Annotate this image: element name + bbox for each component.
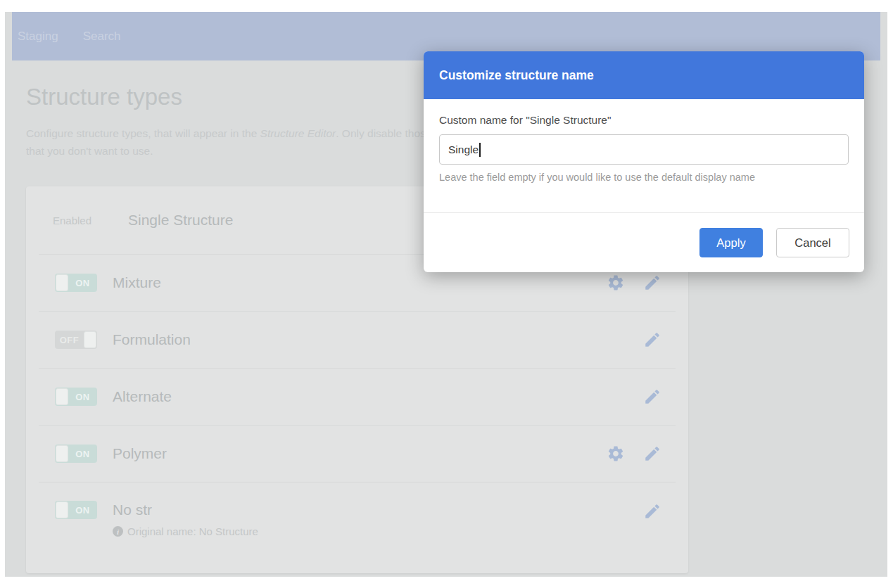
dialog-body: Custom name for "Single Structure" Singl… — [424, 99, 864, 212]
structure-type-label: Mixture — [113, 274, 161, 291]
no-str-toggle[interactable]: ON — [55, 501, 97, 519]
toggle-state-text: ON — [68, 388, 97, 406]
custom-name-helper-text: Leave the field empty if you would like … — [439, 171, 849, 184]
toggle-state-text: ON — [68, 445, 97, 463]
gear-icon[interactable] — [607, 274, 625, 292]
enabled-state-label: Enabled — [53, 215, 113, 226]
toggle-knob — [56, 501, 68, 518]
structure-row-no-str: ON No str i Original name: No Structure — [26, 482, 688, 573]
structure-row-polymer: ON Polymer — [26, 426, 688, 482]
toggle-state-text: OFF — [55, 331, 84, 349]
formulation-toggle[interactable]: OFF — [55, 331, 97, 349]
pencil-icon[interactable] — [643, 331, 661, 349]
pencil-icon[interactable] — [643, 502, 661, 520]
toggle-state-text: ON — [68, 501, 97, 519]
text-cursor — [479, 143, 481, 157]
info-icon: i — [113, 526, 123, 537]
dialog-title: Customize structure name — [439, 68, 594, 83]
original-name-note: i Original name: No Structure — [113, 525, 258, 537]
custom-name-input[interactable]: Single — [439, 134, 849, 165]
structure-type-label: Formulation — [113, 331, 191, 348]
dialog-header: Customize structure name — [424, 51, 864, 99]
nav-item-search[interactable]: Search — [83, 30, 121, 44]
structure-type-label: Alternate — [113, 388, 172, 405]
pencil-icon[interactable] — [643, 445, 661, 463]
custom-name-input-value: Single — [448, 143, 479, 156]
nav-item-staging[interactable]: Staging — [18, 30, 58, 44]
pencil-icon[interactable] — [643, 388, 661, 406]
cancel-button[interactable]: Cancel — [776, 228, 849, 257]
dialog-footer: Apply Cancel — [424, 212, 864, 272]
original-name-text: Original name: No Structure — [127, 525, 258, 537]
toggle-knob — [56, 274, 68, 291]
structure-type-label: Polymer — [113, 445, 167, 462]
pencil-icon[interactable] — [643, 274, 661, 292]
polymer-toggle[interactable]: ON — [55, 445, 97, 463]
toggle-knob — [56, 445, 68, 462]
structure-row-alternate: ON Alternate — [26, 369, 688, 425]
custom-name-field-label: Custom name for "Single Structure" — [439, 113, 849, 128]
alternate-toggle[interactable]: ON — [55, 388, 97, 406]
structure-row-formulation: OFF Formulation — [26, 312, 688, 368]
toggle-state-text: ON — [68, 274, 97, 292]
toggle-knob — [56, 388, 68, 405]
toggle-knob — [84, 331, 96, 348]
structure-type-label: Single Structure — [128, 212, 233, 229]
customize-structure-name-dialog: Customize structure name Custom name for… — [424, 51, 864, 272]
structure-type-label: No str — [113, 501, 258, 519]
gear-icon[interactable] — [607, 445, 625, 463]
structure-editor-emphasis: Structure Editor — [260, 127, 336, 139]
mixture-toggle[interactable]: ON — [55, 274, 97, 292]
apply-button[interactable]: Apply — [699, 228, 763, 257]
